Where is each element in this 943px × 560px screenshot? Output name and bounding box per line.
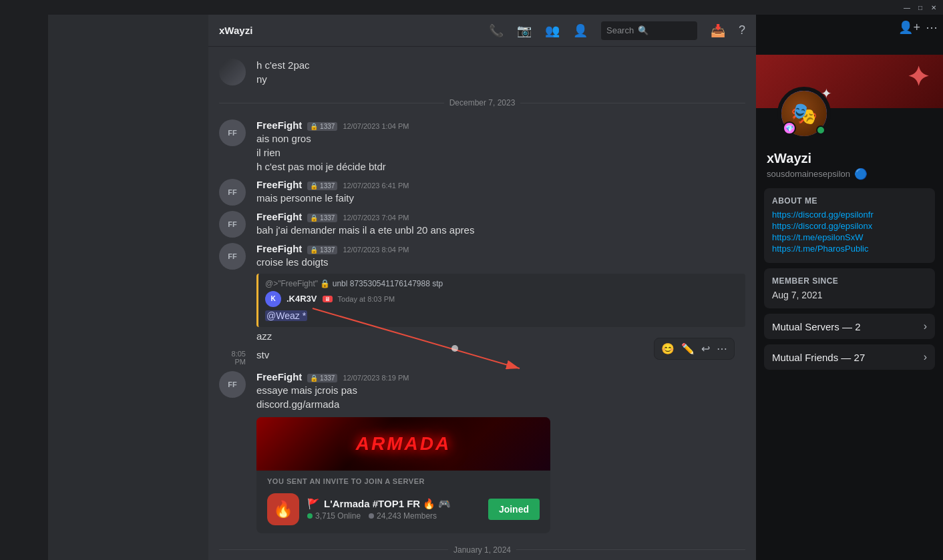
avatar-decoration: ✦ [821,85,832,101]
search-icon: 🔍 [638,25,648,35]
message-content-4: FreeFight 🔒 1337 12/07/2023 8:04 PM croi… [256,243,745,343]
topbar-icons: 📞 📷 👥 👤 Search 🔍 📥 ? [489,21,745,40]
msg2-line1: mais personne le faity [256,192,745,206]
online-stat: 3,715 Online [307,511,361,521]
badge-6: 🔒 1337 [307,374,337,382]
about-link-4[interactable]: https://t.me/PharosPublic [772,244,927,254]
messages-container[interactable]: h c'est 2pac ny December 7, 2023 FF Free… [208,47,756,560]
profile-avatar-large: 🎭 ✦ 💎 [777,87,831,140]
message-content-2: FreeFight 🔒 1337 12/07/2023 6:41 PM mais… [256,179,745,206]
mutual-friends-section: Mutual Friends — 27 › [764,344,935,372]
message-group-3: FF FreeFight 🔒 1337 12/07/2023 7:04 PM b… [219,210,745,239]
quoted-user-text: @>"FreeFight" [265,279,320,288]
edit-btn[interactable]: ✏️ [679,341,697,356]
badge-4: 🔒 1337 [307,246,337,254]
avatar-container: 🎭 ✦ 💎 [756,87,943,140]
k4r3v-quoted-box: @>"FreeFight" 🔒 unbl 873530541176147988 … [256,274,745,327]
message-content-1: FreeFight 🔒 1337 12/07/2023 1:04 PM ais … [256,119,745,174]
author-1: FreeFight [256,119,302,131]
about-me-section: About Me https://discord.gg/epsilonfr ht… [764,188,935,263]
k4r3v-badge: 🖥 [323,296,333,302]
titlebar: — □ ✕ [0,0,943,15]
msg3-line1: bah j'ai demander mais il a ete unbl 20 … [256,224,745,238]
avatar-freefight-2: FF [219,179,246,206]
channel-title: xWayzi [219,25,252,36]
phone-icon[interactable]: 📞 [489,23,504,38]
verified-icon: 🔵 [854,168,868,180]
profile-tag: sousdomainesepsilon 🔵 [756,168,943,180]
member-since-date: Aug 7, 2021 [772,290,927,300]
joined-button[interactable]: Joined [488,499,540,520]
server-sidebar [0,15,48,560]
message-header-4: FreeFight 🔒 1337 12/07/2023 8:04 PM [256,243,745,254]
divider-line-right-2 [516,549,745,550]
mutual-friends-row[interactable]: Mutual Friends — 27 › [764,344,935,370]
badge-3: 🔒 1337 [307,214,337,222]
profile-banner-area: ✦ 🎭 ✦ 💎 [756,55,943,151]
msg6-line1: essaye mais jcrois pas [256,384,745,398]
msg4-line1: croise les doigts [256,256,745,270]
emoji-reaction-btn[interactable]: 😊 [658,341,677,356]
k4r3v-name: .K4R3V [287,294,317,304]
profile-icon[interactable]: 👤 [573,23,588,38]
about-link-3[interactable]: https://t.me/epsilonSxW [772,232,927,242]
help-icon[interactable]: ? [739,23,745,37]
maximize-button[interactable]: □ [916,3,924,11]
reaction-toolbar: 😊 ✏️ ↩ ⋯ [654,338,735,360]
partial-text-2: ny [256,73,310,87]
mutual-servers-chevron: › [924,320,927,332]
partial-text-1: h c'est 2pac [256,59,310,73]
message-header-6: FreeFight 🔒 1337 12/07/2023 8:19 PM [256,371,745,382]
message-group-5: 8:05 PM stv 😊 ✏️ ↩ ⋯ [219,347,745,367]
invite-card: ARMADA YOU SENT AN INVITE TO JOIN A SERV… [256,417,550,533]
invite-info: 🚩 L'Armada #TOP1 FR 🔥 🎮 3,715 Online 24,… [307,498,480,521]
search-input-text: Search [606,25,634,35]
invite-header-label: YOU SENT AN INVITE TO JOIN A SERVER [256,471,550,485]
more-options-icon[interactable]: ⋯ [926,20,938,35]
search-bar[interactable]: Search 🔍 [601,21,697,40]
avatar-freefight-4: FF [219,243,246,270]
message-group-1: FF FreeFight 🔒 1337 12/07/2023 1:04 PM a… [219,118,745,175]
author-4: FreeFight [256,243,302,254]
mutual-friends-chevron: › [924,351,927,363]
invite-server-icon: 🔥 [267,493,299,525]
divider-line-right [520,103,745,103]
mutual-servers-row[interactable]: Mutual Servers — 2 › [764,314,935,339]
author-2: FreeFight [256,179,302,190]
app-container: xWayzi 📞 📷 👥 👤 Search 🔍 📥 ? [0,15,943,560]
avatar-freefight-3: FF [219,211,246,238]
date-divider-1: December 7, 2023 [219,98,745,107]
add-friend-header-icon[interactable]: 👤+ [898,20,920,35]
chat-area: xWayzi 📞 📷 👥 👤 Search 🔍 📥 ? [208,15,756,560]
topbar: xWayzi 📞 📷 👥 👤 Search 🔍 📥 ? [208,15,756,47]
video-icon[interactable]: 📷 [517,23,532,38]
mutual-servers-section: Mutual Servers — 2 › [764,314,935,342]
timestamp-4: 12/07/2023 8:04 PM [343,246,409,254]
add-friend-icon[interactable]: 👥 [545,23,560,38]
reply-btn[interactable]: ↩ [699,341,713,356]
k4r3v-mention: @Weaz * [265,310,307,321]
date-divider-text-1: December 7, 2023 [449,98,516,107]
close-button[interactable]: ✕ [930,3,938,11]
author-6: FreeFight [256,371,302,382]
profile-tag-text: sousdomainesepsilon [767,169,850,179]
mutual-friends-label: Mutual Friends — 27 [772,352,865,363]
k4r3v-time: Today at 8:03 PM [338,295,395,303]
msg1-line3: h c'est pas moi je décide btdr [256,160,745,174]
more-btn[interactable]: ⋯ [714,341,730,356]
k4r3v-avatar: K [265,291,281,307]
quoted-action-text: 🔒 unbl 873530541176147988 stp [320,279,443,288]
avatar-freefight-1: FF [219,119,246,146]
about-link-1[interactable]: https://discord.gg/epsilonfr [772,210,927,220]
message-header-3: FreeFight 🔒 1337 12/07/2023 7:04 PM [256,211,745,222]
message-group-4: FF FreeFight 🔒 1337 12/07/2023 8:04 PM c… [219,242,745,344]
profile-header: 👤+ ⋯ [756,15,943,55]
avatar-freefight-6: FF [219,371,246,398]
message-header-1: FreeFight 🔒 1337 12/07/2023 1:04 PM [256,119,745,131]
about-link-2[interactable]: https://discord.gg/epsilonx [772,221,927,231]
divider-line-left-2 [219,549,448,550]
about-me-title: About Me [772,196,927,206]
msg1-line1: ais non gros [256,132,745,146]
inbox-icon[interactable]: 📥 [711,23,725,38]
minimize-button[interactable]: — [903,3,911,11]
